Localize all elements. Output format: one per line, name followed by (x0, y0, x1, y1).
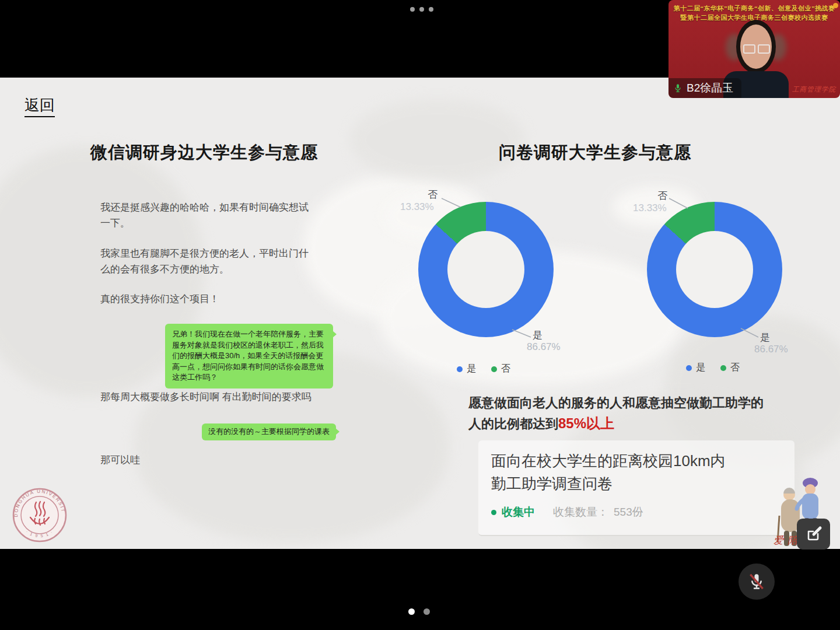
slice-percent-yes: 86.67% (527, 341, 561, 353)
slice-label-no: 否 (657, 189, 667, 202)
slice-label-yes: 是 (760, 331, 770, 344)
donut-chart-right (647, 202, 782, 337)
chat-message: 我还是挺感兴趣的哈哈哈，如果有时间确实想试一下。 (100, 200, 314, 231)
mute-microphone-button[interactable] (738, 564, 775, 600)
survey-title-line2: 勤工助学调查问卷 (491, 475, 612, 492)
chat-message: 那可以哇 (100, 452, 314, 468)
right-section-title: 问卷调研大学生参与意愿 (499, 141, 691, 164)
chat-message: 真的很支持你们这个项目！ (100, 291, 314, 307)
chart-legend: 是 否 (686, 362, 740, 374)
left-section-title: 微信调研身边大学生参与意愿 (90, 141, 318, 164)
page-dot[interactable] (424, 608, 430, 615)
glasses-icon (743, 44, 755, 54)
mic-on-icon (673, 83, 682, 93)
page-dot-active[interactable] (408, 608, 415, 615)
legend-dot-no (491, 366, 497, 372)
university-logo: DONGHUA UNIVERSITY · 1 9 5 1 · (12, 487, 68, 543)
legend-dot-no (720, 365, 726, 371)
slice-label-yes: 是 (533, 328, 542, 342)
summary-prefix: 愿意做面向老人的服务的人和愿意抽空做勤工助学的人的比例都达到 (468, 396, 764, 431)
recording-dot-icon (833, 3, 838, 8)
slice-label-no: 否 (428, 188, 438, 201)
legend-label-no: 否 (501, 363, 510, 375)
banner-line-1: 第十二届“东华杯”电子商务“创新、创意及创业”挑战赛 (668, 4, 840, 13)
slice-percent-no: 13.33% (633, 202, 667, 214)
meeting-screen: 返回 微信调研身边大学生参与意愿 问卷调研大学生参与意愿 我还是挺感兴趣的哈哈哈… (0, 0, 840, 630)
chart-legend: 是 否 (457, 363, 510, 375)
survey-title-line1: 面向在校大学生的距离校园10km内 (491, 452, 726, 470)
participant-video-thumbnail[interactable]: 第十二届“东华杯”电子商务“创新、创意及创业”挑战赛 暨第十二届全国大学生电子商… (668, 0, 840, 98)
school-watermark: 工商管理学院 (792, 85, 836, 94)
chat-bubble-sent: 没有的没有的～主要根据同学的课表 (202, 424, 336, 440)
summary-text: 愿意做面向老人的服务的人和愿意抽空做勤工助学的人的比例都达到85%以上 (468, 393, 768, 434)
legend-label-yes: 是 (696, 362, 705, 374)
mic-muted-icon (747, 572, 766, 592)
participant-name: B2徐晶玉 (687, 80, 733, 96)
survey-status-row: 收集中 收集数量： 553份 (491, 505, 643, 520)
collecting-status: 收集中 (502, 505, 535, 520)
legend-dot-yes (457, 366, 463, 372)
summary-highlight: 85%以上 (558, 415, 614, 431)
donut-hole (447, 231, 524, 308)
count-value: 553份 (614, 505, 643, 520)
participant-name-badge: B2徐晶玉 (668, 78, 741, 98)
back-link[interactable]: 返回 (24, 95, 55, 117)
donut-chart-left (418, 202, 554, 337)
count-label: 收集数量： (553, 505, 608, 520)
chat-bubble-sent: 兄弟！我们现在在做一个老年陪伴服务，主要服务对象就是我们校区的退休老职工，然后我… (165, 324, 333, 388)
more-options-handle[interactable] (410, 7, 433, 12)
collecting-dot-icon (491, 510, 496, 515)
annotate-button[interactable] (797, 519, 830, 550)
edit-pencil-icon (805, 526, 822, 543)
survey-title: 面向在校大学生的距离校园10km内 勤工助学调查问卷 (491, 450, 726, 495)
map-blob (350, 99, 525, 181)
chat-message: 我家里也有腿脚不是很方便的老人，平时出门什么的会有很多不方便的地方。 (100, 246, 314, 277)
chat-message: 那每周大概要做多长时间啊 有出勤时间的要求吗 (100, 389, 314, 405)
legend-label-yes: 是 (467, 363, 476, 375)
legend-label-no: 否 (730, 362, 740, 374)
survey-card: 面向在校大学生的距离校园10km内 勤工助学调查问卷 收集中 收集数量： 553… (478, 440, 794, 536)
glasses-icon (758, 44, 770, 54)
slide-pagination (408, 608, 430, 615)
slice-percent-no: 13.33% (400, 201, 434, 213)
slice-percent-yes: 86.67% (754, 344, 788, 355)
donut-hole (676, 231, 753, 308)
legend-dot-yes (686, 365, 692, 371)
